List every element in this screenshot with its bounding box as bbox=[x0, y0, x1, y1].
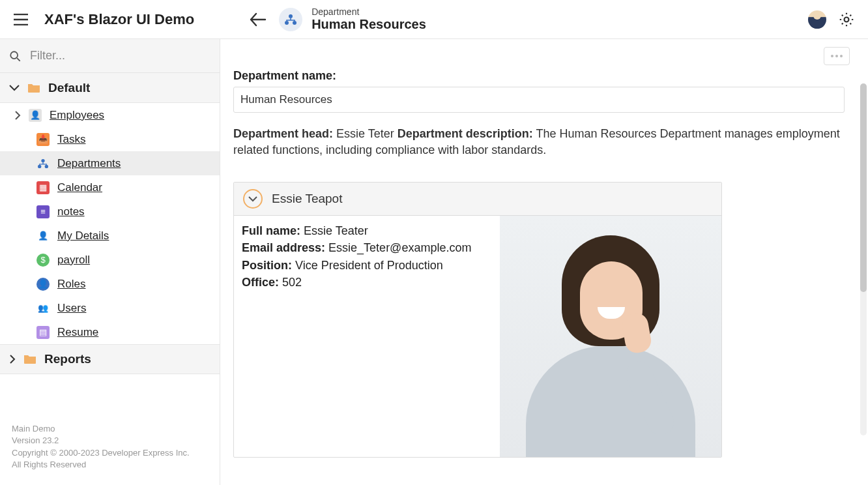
folder-icon bbox=[27, 83, 40, 93]
chevron-right-icon bbox=[9, 355, 16, 364]
context-title: Human Resources bbox=[311, 17, 426, 32]
roles-icon: 👤 bbox=[36, 278, 50, 291]
footer-line: Version 23.2 bbox=[12, 435, 208, 447]
employees-icon: 👤 bbox=[29, 109, 42, 122]
search-icon bbox=[9, 50, 21, 63]
folder-icon bbox=[23, 354, 36, 364]
sidebar-item-users[interactable]: 👥 Users bbox=[0, 296, 220, 320]
more-actions-button[interactable] bbox=[824, 47, 850, 65]
mydetails-icon: 👤 bbox=[36, 229, 50, 242]
deptdesc-label: Department description: bbox=[398, 127, 533, 140]
svg-point-5 bbox=[41, 158, 44, 162]
app-header: XAF's Blazor UI Demo Department Human Re… bbox=[0, 0, 868, 39]
sidebar-item-resume[interactable]: ▤ Resume bbox=[0, 320, 220, 344]
depthead-value: Essie Teter bbox=[336, 127, 394, 140]
chevron-down-icon bbox=[248, 196, 257, 202]
svg-point-0 bbox=[289, 14, 293, 18]
sidebar-item-label: payroll bbox=[57, 254, 90, 267]
footer-line: Copyright © 2000-2023 Developer Express … bbox=[12, 447, 208, 459]
employee-card: Essie Teapot Full name: Essie Teater Ema… bbox=[233, 182, 722, 458]
depthead-label: Department head: bbox=[233, 127, 333, 140]
group-default-label: Default bbox=[48, 81, 90, 95]
chevron-down-icon bbox=[9, 85, 20, 91]
hamburger-icon bbox=[14, 14, 28, 25]
sidebar-item-departments[interactable]: Departments bbox=[0, 151, 220, 175]
settings-button[interactable] bbox=[838, 11, 855, 28]
position-label: Position: bbox=[242, 259, 292, 272]
group-reports-label: Reports bbox=[44, 352, 91, 366]
deptname-label: Department name: bbox=[233, 69, 850, 83]
sidebar-footer: Main Demo Version 23.2 Copyright © 2000-… bbox=[0, 411, 220, 485]
sidebar-item-label: Tasks bbox=[57, 133, 85, 146]
sidebar-item-label: Employees bbox=[50, 109, 104, 122]
svg-point-1 bbox=[285, 21, 289, 25]
sidebar-item-label: Calendar bbox=[57, 181, 102, 194]
sidebar-item-employees[interactable]: 👤 Employees bbox=[0, 103, 220, 127]
group-reports[interactable]: Reports bbox=[0, 344, 220, 374]
office-label: Office: bbox=[242, 276, 279, 289]
sidebar-item-notes[interactable]: ≡ notes bbox=[0, 199, 220, 224]
nav-list: 👤 Employees 📥 Tasks Departments ▦ Calend… bbox=[0, 103, 220, 344]
tasks-icon: 📥 bbox=[36, 133, 50, 146]
gear-icon bbox=[838, 11, 855, 28]
sidebar: Default 👤 Employees 📥 Tasks Departments … bbox=[0, 39, 220, 485]
svg-point-4 bbox=[10, 51, 18, 59]
main-content: Department name: Department head: Essie … bbox=[220, 39, 868, 485]
sidebar-item-label: Resume bbox=[57, 326, 98, 339]
sidebar-item-calendar[interactable]: ▦ Calendar bbox=[0, 175, 220, 199]
email-value: Essie_Teter@example.com bbox=[328, 241, 471, 254]
fullname-label: Full name: bbox=[242, 224, 300, 237]
notes-icon: ≡ bbox=[36, 205, 50, 218]
sidebar-item-label: Roles bbox=[57, 278, 85, 291]
departments-icon bbox=[36, 157, 50, 170]
footer-line: Main Demo bbox=[12, 423, 208, 435]
sidebar-item-tasks[interactable]: 📥 Tasks bbox=[0, 127, 220, 151]
employee-card-title: Essie Teapot bbox=[272, 192, 342, 206]
dept-meta: Department head: Essie Teter Department … bbox=[233, 126, 845, 158]
position-value: Vice President of Production bbox=[295, 259, 443, 272]
collapse-toggle[interactable] bbox=[243, 189, 263, 209]
employee-card-details: Full name: Essie Teater Email address: E… bbox=[234, 216, 500, 457]
sidebar-item-payroll[interactable]: $ payroll bbox=[0, 248, 220, 272]
vertical-scrollbar[interactable] bbox=[860, 83, 867, 435]
context-icon bbox=[279, 8, 302, 31]
svg-point-6 bbox=[38, 164, 41, 168]
filter-row bbox=[0, 39, 220, 73]
sidebar-item-label: My Details bbox=[57, 229, 109, 242]
calendar-icon: ▦ bbox=[36, 181, 50, 194]
context-type: Department bbox=[311, 7, 426, 17]
svg-point-3 bbox=[845, 17, 849, 22]
app-title: XAF's Blazor UI Demo bbox=[44, 11, 194, 28]
employee-photo bbox=[500, 216, 721, 457]
employee-card-header[interactable]: Essie Teapot bbox=[234, 183, 721, 216]
email-label: Email address: bbox=[242, 241, 325, 254]
scrollbar-thumb[interactable] bbox=[860, 83, 867, 292]
hamburger-button[interactable] bbox=[9, 8, 33, 31]
sidebar-item-mydetails[interactable]: 👤 My Details bbox=[0, 224, 220, 248]
context-area: Department Human Resources bbox=[246, 7, 426, 32]
svg-point-7 bbox=[45, 164, 48, 168]
arrow-left-icon bbox=[250, 12, 267, 27]
deptname-input[interactable] bbox=[233, 87, 845, 113]
group-default[interactable]: Default bbox=[0, 73, 220, 103]
users-icon: 👥 bbox=[36, 302, 50, 315]
office-value: 502 bbox=[282, 276, 302, 289]
back-button[interactable] bbox=[246, 8, 270, 31]
fullname-value: Essie Teater bbox=[304, 224, 368, 237]
sidebar-item-label: notes bbox=[57, 205, 85, 218]
sidebar-item-roles[interactable]: 👤 Roles bbox=[0, 272, 220, 296]
chevron-right-icon bbox=[14, 111, 21, 120]
resume-icon: ▤ bbox=[36, 326, 50, 339]
sidebar-item-label: Users bbox=[57, 302, 86, 315]
footer-line: All Rights Reserved bbox=[12, 459, 208, 471]
filter-input[interactable] bbox=[29, 48, 210, 63]
user-avatar[interactable] bbox=[808, 10, 826, 29]
svg-point-2 bbox=[293, 21, 297, 25]
sitemap-icon bbox=[284, 14, 297, 25]
payroll-icon: $ bbox=[36, 254, 50, 267]
sidebar-item-label: Departments bbox=[57, 157, 121, 170]
